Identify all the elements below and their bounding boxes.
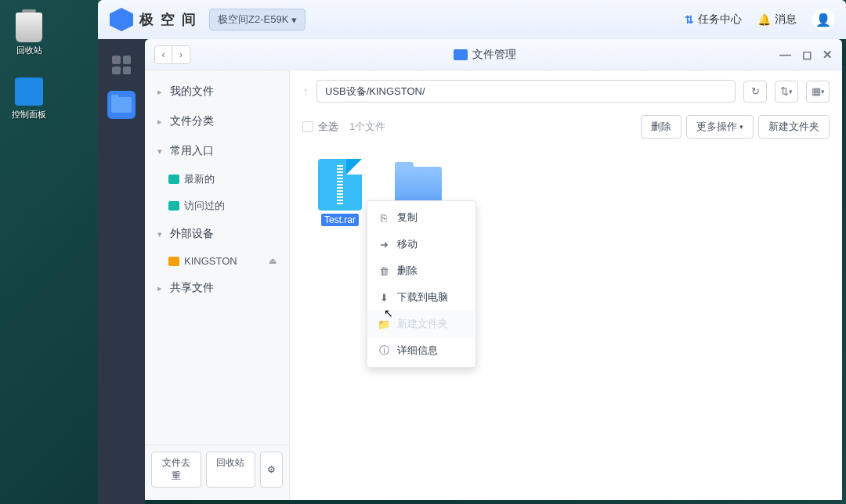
download-icon: ⬇ [378,292,389,303]
context-menu: ⎘ 复制 ➜ 移动 🗑 删除 ⬇ 下载到电脑 📁 新建文件夹 ⓘ 详细信息 [367,200,476,368]
bell-icon: 🔔 [757,13,771,26]
control-panel-icon [15,77,43,106]
folder-icon [111,97,132,113]
file-label: Test.rar [321,214,359,226]
tree-label: 共享文件 [170,281,214,295]
sidebar-visited[interactable]: 访问过的 [145,193,289,219]
chevron-down-icon: ▾ [821,88,825,95]
sidebar-recent[interactable]: 最新的 [145,166,289,193]
delete-button[interactable]: 删除 [641,115,682,139]
file-item-test-rar[interactable]: Test.rar [309,159,371,488]
dock-files[interactable] [107,91,136,119]
user-avatar[interactable]: 👤 [812,9,834,31]
chevron-down-icon: ▾ [157,229,167,239]
tree-label: 访问过的 [184,199,225,213]
tree-label: 文件分类 [170,114,214,128]
copy-icon: ⎘ [378,212,389,223]
desktop-icon-label: 控制面板 [12,109,46,121]
sidebar-external-devices[interactable]: ▾ 外部设备 [145,219,289,249]
sidebar: ▸ 我的文件 ▸ 文件分类 ▾ 常用入口 最新的 访问过的 [145,70,290,500]
context-delete[interactable]: 🗑 删除 [367,257,475,284]
new-folder-button[interactable]: 新建文件夹 [758,115,830,139]
chevron-down-icon: ▾ [739,123,743,131]
move-icon: ➜ [378,239,389,250]
task-center-button[interactable]: ⇅ 任务中心 [685,13,742,27]
desktop-recycle-bin[interactable]: 回收站 [12,12,46,56]
recycle-button[interactable]: 回收站 [206,452,256,488]
view-button[interactable]: ▦▾ [806,81,830,103]
archive-file-icon [318,159,362,211]
context-details[interactable]: ⓘ 详细信息 [367,337,475,364]
file-manager-window: ‹ › 文件管理 — ◻ ✕ ▸ 我的文件 ▸ 文件分类 [145,39,842,500]
transfer-icon: ⇅ [685,13,694,26]
dock-apps[interactable] [107,51,136,79]
tree-label: KINGSTON [184,255,237,267]
folder-icon [168,175,179,184]
minimize-button[interactable]: — [779,48,791,62]
cursor-icon: ↖ [384,307,393,319]
left-dock [98,39,145,504]
drive-icon [168,257,179,266]
desktop-control-panel[interactable]: 控制面板 [12,76,46,121]
user-icon: 👤 [815,13,831,27]
messages-label: 消息 [775,13,797,27]
chevron-right-icon: ▸ [157,87,167,97]
tree-label: 外部设备 [170,227,214,241]
gear-icon: ⚙ [267,464,276,475]
tree-label: 最新的 [184,172,215,186]
context-move[interactable]: ➜ 移动 [367,231,475,257]
maximize-button[interactable]: ◻ [802,48,812,62]
chevron-right-icon: ▸ [157,283,167,293]
file-dedup-button[interactable]: 文件去重 [151,452,201,488]
refresh-button[interactable]: ↻ [743,81,767,103]
context-copy[interactable]: ⎘ 复制 [367,204,475,231]
close-button[interactable]: ✕ [822,48,833,62]
folder-icon [395,167,442,204]
checkbox-icon [302,121,313,132]
chevron-down-icon: ▾ [157,146,167,157]
info-icon: ⓘ [378,345,389,356]
path-input[interactable] [316,80,736,103]
sort-button[interactable]: ⇅▾ [775,81,798,103]
refresh-icon: ↻ [751,85,760,97]
context-label: 详细信息 [397,344,438,358]
tree-label: 我的文件 [170,85,214,99]
sidebar-file-category[interactable]: ▸ 文件分类 [145,106,289,136]
nav-back-button[interactable]: ‹ [155,46,172,63]
brand-name: 极 空 间 [139,10,197,29]
up-button[interactable]: ↑ [302,85,309,99]
tree-label: 常用入口 [170,144,214,158]
brand-logo[interactable]: 极 空 间 [110,8,197,31]
recycle-bin-icon [16,13,42,42]
settings-button[interactable]: ⚙ [260,452,283,488]
sidebar-my-files[interactable]: ▸ 我的文件 [145,77,289,106]
eject-icon[interactable]: ⏏ [269,256,277,266]
more-actions-button[interactable]: 更多操作 ▾ [686,115,754,139]
topbar: 极 空 间 极空间Z2-E59K ▾ ⇅ 任务中心 🔔 消息 👤 [98,0,846,39]
context-label: 复制 [397,211,418,225]
select-all-label: 全选 [318,120,338,134]
more-actions-label: 更多操作 [696,120,737,134]
select-all-checkbox[interactable]: 全选 [302,120,338,134]
grid-icon [112,56,131,74]
nav-forward-button[interactable]: › [172,46,190,63]
sort-icon: ⇅ [780,85,789,97]
context-label: 新建文件夹 [397,317,448,331]
device-selector[interactable]: 极空间Z2-E59K ▾ [209,9,306,31]
trash-icon: 🗑 [378,265,389,276]
folder-icon: 📁 [378,319,389,329]
sidebar-common-entry[interactable]: ▾ 常用入口 [145,136,289,166]
titlebar: ‹ › 文件管理 — ◻ ✕ [145,39,842,70]
messages-button[interactable]: 🔔 消息 [757,13,797,27]
sidebar-shared-files[interactable]: ▸ 共享文件 [145,273,289,303]
chevron-down-icon: ▾ [789,88,793,95]
context-label: 删除 [397,264,418,278]
folder-icon [168,201,179,211]
context-label: 移动 [397,237,418,251]
file-count: 1个文件 [349,120,385,134]
logo-cube-icon [110,8,133,31]
context-label: 下载到电脑 [397,290,448,304]
sidebar-kingston[interactable]: KINGSTON ⏏ [145,249,289,273]
folder-icon [454,49,468,60]
desktop-icon-label: 回收站 [16,45,42,56]
